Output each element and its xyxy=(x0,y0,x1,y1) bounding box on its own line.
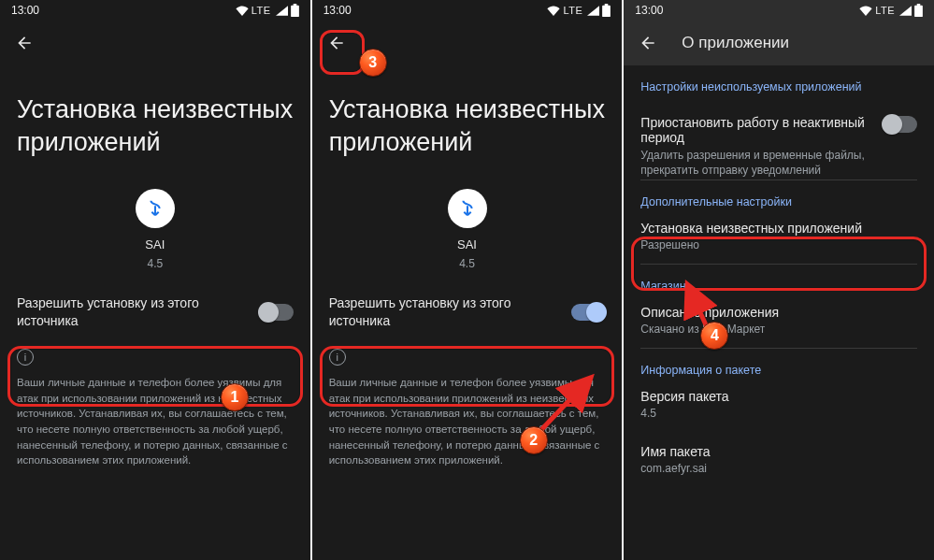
section-extra: Дополнительные настройки xyxy=(640,180,917,208)
battery-icon xyxy=(291,4,299,17)
app-summary: SAI 4.5 xyxy=(0,178,310,281)
row-pkg-version: Версия пакета 4.5 xyxy=(640,377,917,432)
back-button[interactable] xyxy=(13,32,36,54)
status-time: 13:00 xyxy=(11,4,39,17)
arrow-back-icon xyxy=(15,34,34,52)
install-unknown-title: Установка неизвестных приложений xyxy=(640,221,917,236)
pause-toggle[interactable] xyxy=(884,116,917,133)
disclaimer-text: Ваши личные данные и телефон более уязви… xyxy=(0,366,310,485)
allow-install-label: Разрешить установку из этого источника xyxy=(17,294,241,330)
lte-label: LTE xyxy=(875,5,895,16)
info-icon: i xyxy=(329,349,346,366)
panel-3: 13:00 LTE О приложении Настройки неиспол… xyxy=(624,0,934,560)
back-button[interactable] xyxy=(325,32,348,54)
app-icon xyxy=(448,189,487,228)
app-name: SAI xyxy=(457,237,477,251)
app-icon xyxy=(136,189,175,228)
row-install-unknown[interactable]: Установка неизвестных приложений Разреше… xyxy=(640,208,917,264)
lte-label: LTE xyxy=(251,5,271,16)
panel-2: 13:00 LTE Установка неизвестных приложен… xyxy=(312,0,623,560)
app-version: 4.5 xyxy=(459,257,475,270)
info-icon: i xyxy=(17,349,34,366)
status-indicators: LTE xyxy=(547,4,611,17)
app-summary: SAI 4.5 xyxy=(312,178,623,281)
pause-row[interactable]: Приостановить работу в неактивный период… xyxy=(640,93,917,179)
arrow-back-icon xyxy=(327,34,346,52)
battery-icon xyxy=(914,4,923,17)
toolbar xyxy=(0,21,310,65)
install-unknown-sub: Разрешено xyxy=(640,238,917,251)
allow-install-label: Разрешить установку из этого источника xyxy=(329,294,553,330)
pause-title: Приостановить работу в неактивный период xyxy=(640,115,872,145)
pkg-name-title: Имя пакета xyxy=(640,444,917,459)
allow-install-row[interactable]: Разрешить установку из этого источника xyxy=(312,281,623,343)
signal-icon xyxy=(276,6,288,16)
pkg-version-sub: 4.5 xyxy=(640,407,917,420)
app-version: 4.5 xyxy=(147,257,163,270)
allow-install-toggle[interactable] xyxy=(571,304,605,321)
signal-icon xyxy=(587,6,599,16)
toolbar xyxy=(312,21,623,65)
arrow-back-icon xyxy=(639,34,657,52)
allow-install-row[interactable]: Разрешить установку из этого источника xyxy=(0,281,310,343)
row-app-desc[interactable]: Описание приложения Скачано из Play Марк… xyxy=(640,293,917,348)
status-time: 13:00 xyxy=(635,4,663,17)
disclaimer-text: Ваши личные данные и телефон более уязви… xyxy=(312,366,623,485)
wifi-icon xyxy=(547,6,560,16)
section-pkg-info: Информация о пакете xyxy=(640,349,917,377)
status-bar: 13:00 LTE xyxy=(312,0,623,21)
app-desc-sub: Скачано из Play Маркет xyxy=(640,323,917,336)
status-time: 13:00 xyxy=(323,4,352,17)
status-bar: 13:00 LTE xyxy=(0,0,310,21)
toolbar: О приложении xyxy=(624,21,934,65)
app-name: SAI xyxy=(145,237,165,251)
app-desc-title: Описание приложения xyxy=(640,305,917,320)
pkg-version-title: Версия пакета xyxy=(640,389,917,404)
section-store: Магазин xyxy=(640,265,917,293)
battery-icon xyxy=(602,4,611,17)
wifi-icon xyxy=(859,6,872,16)
status-indicators: LTE xyxy=(859,4,923,17)
panel-1: 13:00 LTE Установка неизвестных приложен… xyxy=(0,0,310,560)
wifi-icon xyxy=(236,6,249,16)
back-button[interactable] xyxy=(637,32,659,54)
row-pkg-name: Имя пакета com.aefyr.sai xyxy=(640,432,917,487)
section-unused-apps: Настройки неиспользуемых приложений xyxy=(640,65,917,93)
page-title: Установка неизвестных приложений xyxy=(312,65,623,178)
page-title: Установка неизвестных приложений xyxy=(0,65,310,178)
lte-label: LTE xyxy=(563,5,582,16)
signal-icon xyxy=(899,6,912,16)
status-bar: 13:00 LTE xyxy=(624,0,934,21)
pause-sub: Удалить разрешения и временные файлы, пр… xyxy=(640,148,872,178)
toolbar-title: О приложении xyxy=(682,34,789,52)
pkg-name-sub: com.aefyr.sai xyxy=(640,462,917,475)
allow-install-toggle[interactable] xyxy=(260,304,294,321)
status-indicators: LTE xyxy=(236,4,299,17)
